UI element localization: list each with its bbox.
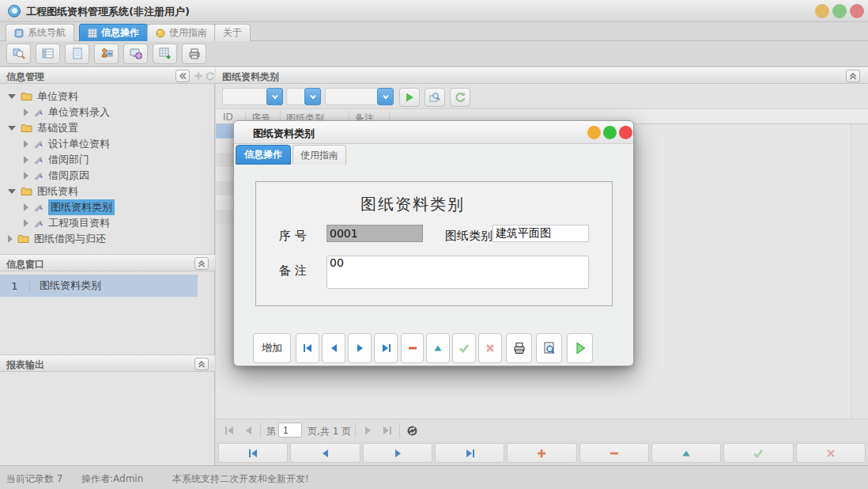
remark-textarea[interactable]: 00 xyxy=(326,256,589,289)
nav-delete-button[interactable] xyxy=(579,443,649,463)
dialog-next-button[interactable] xyxy=(348,333,372,363)
pager-last-button[interactable] xyxy=(380,424,393,437)
filter-run-button[interactable] xyxy=(399,88,420,107)
nav-edit-button[interactable] xyxy=(651,443,721,463)
refresh-icon xyxy=(454,91,466,104)
close-button[interactable] xyxy=(850,4,864,18)
grid-col-id[interactable]: ID xyxy=(223,112,233,123)
pager-page-input[interactable] xyxy=(278,423,302,438)
dialog-tab-user-guide[interactable]: 使用指南 xyxy=(292,145,346,165)
prev-page-icon xyxy=(242,424,255,437)
collapsed-arrow-icon[interactable] xyxy=(24,172,28,180)
tree-node-borrow-reason[interactable]: 借阅原因 xyxy=(0,168,215,184)
tree-node-borrow-dept[interactable]: 借阅部门 xyxy=(0,152,215,168)
serial-input[interactable] xyxy=(326,225,423,242)
dialog-run-button[interactable] xyxy=(567,333,593,363)
tree-node-unit-data-entry[interactable]: 单位资料录入 xyxy=(0,104,215,120)
pager-refresh-button[interactable] xyxy=(406,424,418,437)
sidebar: 信息管理 单位资料 单位资料录入 xyxy=(0,66,215,465)
collapsed-arrow-icon[interactable] xyxy=(24,219,28,227)
toolbar-table-view-button[interactable] xyxy=(36,44,60,64)
dialog-post-button[interactable] xyxy=(452,333,476,363)
expanded-arrow-icon[interactable] xyxy=(8,94,16,99)
collapse-up-button[interactable] xyxy=(194,358,209,370)
dialog-maximize-button[interactable] xyxy=(603,126,617,139)
dialog-first-button[interactable] xyxy=(296,333,319,363)
tree-node-drawing-data[interactable]: 图纸资料 xyxy=(0,184,215,199)
info-window-row[interactable]: 1 图纸资料类别 xyxy=(0,275,198,297)
dialog-edit-button[interactable] xyxy=(426,333,450,363)
collapse-left-button[interactable] xyxy=(175,70,190,82)
toolbar-search-button[interactable] xyxy=(6,44,31,64)
dialog-close-button[interactable] xyxy=(619,126,632,139)
nav-next-button[interactable] xyxy=(363,443,432,463)
document-icon xyxy=(70,47,85,61)
combo-dropdown-button[interactable] xyxy=(266,88,283,105)
nav-prev-button[interactable] xyxy=(290,443,360,463)
filter-refresh-button[interactable] xyxy=(450,88,470,107)
collapsed-arrow-icon[interactable] xyxy=(24,203,28,211)
last-page-icon xyxy=(380,424,393,437)
filter-combo-operator[interactable] xyxy=(286,88,321,105)
toolbar-printer-button[interactable] xyxy=(182,44,206,64)
play-icon xyxy=(403,91,416,104)
collapsed-arrow-icon[interactable] xyxy=(24,156,28,164)
info-window-panel-header: 信息窗口 xyxy=(0,254,215,271)
toolbar-monitor-globe-button[interactable] xyxy=(123,44,148,64)
row-label: 图纸资料类别 xyxy=(30,279,101,293)
minimize-button[interactable] xyxy=(815,4,829,18)
nav-cancel-button[interactable] xyxy=(796,443,866,463)
tab-info-operation[interactable]: 信息操作 xyxy=(79,24,148,41)
combo-dropdown-button[interactable] xyxy=(377,88,394,105)
collapsed-arrow-icon[interactable] xyxy=(24,140,28,148)
refresh-tree-button[interactable] xyxy=(203,70,216,82)
add-button[interactable]: 增加 xyxy=(253,333,291,363)
tree-node-drawing-category[interactable]: 图纸资料类别 xyxy=(0,199,215,215)
tree-node-base-settings[interactable]: 基础设置 xyxy=(0,120,215,136)
collapsed-arrow-icon[interactable] xyxy=(8,235,13,243)
tree-node-project-data[interactable]: 工程项目资料 xyxy=(0,215,215,231)
nav-first-button[interactable] xyxy=(218,443,288,463)
app-logo-icon xyxy=(8,5,21,17)
status-message: 本系统支持二次开发和全新开发! xyxy=(172,472,309,486)
expanded-arrow-icon[interactable] xyxy=(8,126,16,131)
dialog-preview-button[interactable] xyxy=(536,333,562,363)
dialog-delete-button[interactable] xyxy=(401,333,424,363)
dialog-last-button[interactable] xyxy=(374,333,398,363)
filter-combo-value[interactable] xyxy=(325,88,394,105)
last-record-icon xyxy=(379,342,392,354)
nav-post-button[interactable] xyxy=(723,443,793,463)
combo-dropdown-button[interactable] xyxy=(304,88,321,105)
pager-first-button[interactable] xyxy=(223,424,236,437)
tree-node-label: 借阅原因 xyxy=(48,169,89,183)
tab-system-nav[interactable]: 系统导航 xyxy=(6,24,74,41)
toolbar-document-button[interactable] xyxy=(65,44,89,64)
tab-user-guide[interactable]: 使用指南 xyxy=(147,24,216,41)
tree-node-borrow-return[interactable]: 图纸借阅与归还 xyxy=(0,231,215,247)
chevron-down-icon xyxy=(270,92,280,101)
maximize-button[interactable] xyxy=(832,4,847,18)
dialog-prev-button[interactable] xyxy=(322,333,345,363)
filter-combo-field[interactable] xyxy=(222,88,283,105)
dialog-cancel-button[interactable] xyxy=(478,333,502,363)
dialog-tab-info-operation[interactable]: 信息操作 xyxy=(236,145,291,165)
collapse-up-button[interactable] xyxy=(194,257,209,270)
tree-node-unit-data[interactable]: 单位资料 xyxy=(0,89,215,104)
nav-insert-button[interactable] xyxy=(507,443,576,463)
tree-node-design-unit[interactable]: 设计单位资料 xyxy=(0,136,215,152)
collapsed-arrow-icon[interactable] xyxy=(24,108,28,116)
dialog-tab-bar: 信息操作 使用指南 xyxy=(234,144,633,165)
collapse-up-button[interactable] xyxy=(846,70,860,82)
toolbar-user-report-button[interactable] xyxy=(94,44,119,64)
dialog-minimize-button[interactable] xyxy=(587,126,601,139)
expanded-arrow-icon[interactable] xyxy=(8,189,16,194)
scrollbar-gutter[interactable] xyxy=(851,124,868,419)
category-input[interactable] xyxy=(492,225,589,242)
toolbar-table-add-button[interactable] xyxy=(153,44,177,64)
pager-prev-button[interactable] xyxy=(242,424,255,437)
dialog-print-button[interactable] xyxy=(506,333,532,363)
tab-about[interactable]: 关于 xyxy=(214,24,251,41)
nav-last-button[interactable] xyxy=(435,443,504,463)
filter-find-button[interactable] xyxy=(425,88,445,107)
pager-next-button[interactable] xyxy=(361,424,374,437)
